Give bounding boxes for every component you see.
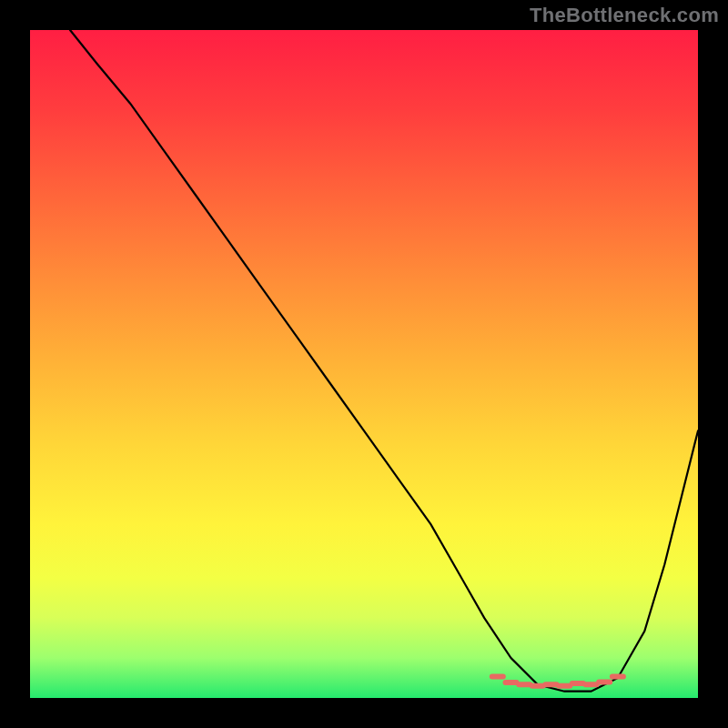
plot-area bbox=[30, 30, 698, 698]
watermark-text: TheBottleneck.com bbox=[530, 4, 719, 27]
bottleneck-curve bbox=[70, 30, 698, 692]
chart-frame: TheBottleneck.com bbox=[0, 0, 728, 728]
optimal-zone-marker bbox=[492, 677, 623, 686]
chart-svg bbox=[30, 30, 698, 698]
